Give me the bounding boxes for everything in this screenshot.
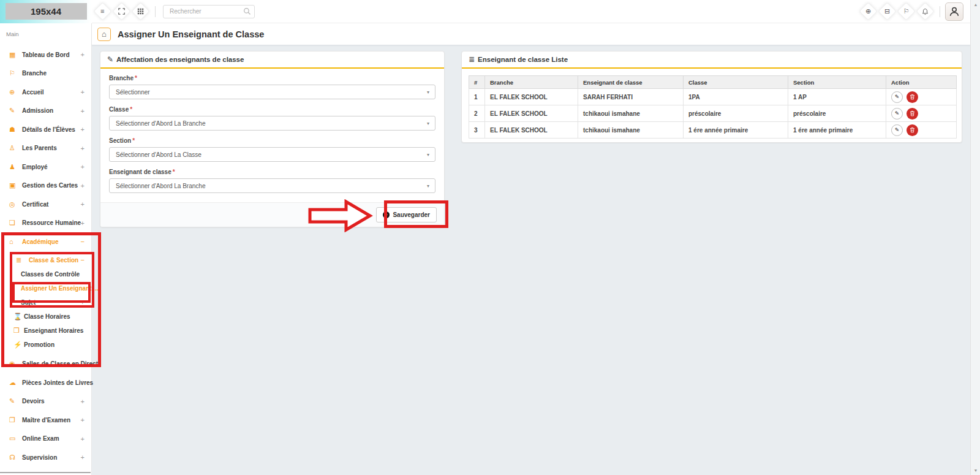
fullscreen-button[interactable] <box>113 2 131 21</box>
graduation-cap-icon: ☗ <box>9 126 18 134</box>
sidebar-item-admission[interactable]: ✎ Admission + <box>0 102 91 121</box>
search-input[interactable] <box>163 5 255 18</box>
chevron-down-icon: ▾ <box>427 152 429 158</box>
sidebar-item-classes-de-controle[interactable]: Classes de Contrôle <box>0 267 91 281</box>
book-icon: ❐ <box>9 416 18 424</box>
calendar-button[interactable]: ⊟ <box>878 2 897 21</box>
col-header-branche: Branche <box>485 76 578 89</box>
sidebar-item-promotion[interactable]: ⚡ Promotion <box>0 338 91 352</box>
expand-icon[interactable]: + <box>81 182 85 189</box>
sidebar-item-les-parents[interactable]: ♙ Les Parents + <box>0 139 91 158</box>
search-container <box>163 5 255 18</box>
sidebar-item-details-eleves[interactable]: ☗ Détails de l'Élèves + <box>0 120 91 139</box>
save-button[interactable]: + Sauvegarder <box>376 207 437 222</box>
edit-button[interactable]: ✎ <box>891 124 903 136</box>
language-button[interactable]: ⊕ <box>859 2 878 21</box>
sidebar-item-gestion-des-cartes[interactable]: ▣ Gestion des Cartes + <box>0 177 91 196</box>
expand-icon[interactable]: + <box>81 398 85 405</box>
cloud-icon: ☁ <box>9 379 18 387</box>
top-header: 195x44 ≡ ⊕ ⊟ ⚐ <box>0 0 970 23</box>
monitor-icon: ▭ <box>9 435 18 443</box>
expand-icon[interactable]: + <box>81 107 85 115</box>
table-row: 2 EL FALEK SCHOOL tchikaoui ismahane pré… <box>469 105 957 122</box>
expand-icon[interactable]: + <box>81 298 85 306</box>
field-branche: Branche* Sélectionner ▾ <box>109 75 435 99</box>
expand-icon[interactable]: + <box>81 200 85 208</box>
enseignant-select[interactable]: Sélectionner d'Abord La Branche ▾ <box>109 178 435 193</box>
plus-icon: + <box>383 211 390 218</box>
scrollbar-down-arrow[interactable]: ▼ <box>971 468 980 473</box>
list-icon: ≣ <box>469 55 475 64</box>
globe-icon: ⊕ <box>9 88 18 96</box>
sidebar-item-academique[interactable]: ⌂ Académique − <box>0 232 91 251</box>
field-label-enseignant: Enseignant de classe <box>109 169 172 175</box>
chevron-down-icon: ▾ <box>427 89 429 95</box>
apps-grid-button[interactable] <box>132 2 150 21</box>
delete-button[interactable] <box>907 108 918 120</box>
expand-icon[interactable]: + <box>81 126 85 133</box>
sidebar-item-maitre-d-examen[interactable]: ❐ Maître d'Examen + <box>0 411 91 430</box>
expand-icon[interactable]: + <box>81 416 85 424</box>
expand-icon[interactable]: + <box>81 454 85 461</box>
sidebar: Main ▦ Tableau de Bord + ⚐ Branche ⊕ Acc… <box>0 23 92 475</box>
sidebar-item-assigner-un-enseignant[interactable]: Assigner Un Enseignant ... <box>0 281 91 295</box>
section-select[interactable]: Sélectionner d'Abord La Classe ▾ <box>109 147 435 162</box>
col-header-action: Action <box>886 76 957 89</box>
collapse-icon[interactable]: − <box>81 256 85 264</box>
sidebar-item-classe-section[interactable]: ≣ Classe & Section − <box>0 253 91 267</box>
expand-icon[interactable]: + <box>81 219 85 227</box>
header-divider <box>155 6 156 17</box>
sidebar-item-online-exam[interactable]: ▭ Online Exam + <box>0 430 91 449</box>
page-title: Assigner Un Enseignant de Classe <box>118 29 264 39</box>
field-label-section: Section <box>109 137 131 144</box>
sidebar-toggle-button[interactable]: ≡ <box>94 2 112 21</box>
collapse-icon[interactable]: − <box>81 238 85 245</box>
delete-button[interactable] <box>907 124 918 136</box>
edit-button[interactable]: ✎ <box>891 91 903 103</box>
list-icon: ≣ <box>16 256 25 264</box>
edit-icon: ✎ <box>9 107 18 115</box>
edit-button[interactable]: ✎ <box>891 108 903 120</box>
edit-form-icon: ✎ <box>107 55 113 64</box>
scrollbar-up-arrow[interactable]: ▲ <box>971 2 980 7</box>
required-asterisk: * <box>132 137 135 144</box>
required-asterisk: * <box>135 75 137 82</box>
sidebar-item-tableau-de-bord[interactable]: ▦ Tableau de Bord + <box>0 45 91 64</box>
expand-icon[interactable]: + <box>81 435 85 443</box>
apps-grid-icon <box>137 8 144 15</box>
pen-icon: ✎ <box>895 94 900 100</box>
sidebar-item-salles-de-classe-en-direct[interactable]: ◉ Salles de Classe en Direct <box>0 355 91 374</box>
delete-button[interactable] <box>907 91 918 103</box>
sidebar-item-ressource-humaine[interactable]: ❏ Ressource Humaine + <box>0 214 91 233</box>
sidebar-item-sujet[interactable]: Sujet + <box>0 295 91 310</box>
notifications-button[interactable] <box>916 2 935 21</box>
sidebar-item-employe[interactable]: ♟ Employé + <box>0 158 91 177</box>
pen-icon: ✎ <box>895 110 900 116</box>
expand-icon[interactable]: + <box>81 163 85 170</box>
page-scrollbar[interactable]: ▲ ▼ <box>970 0 980 475</box>
sidebar-item-enseignant-horaires[interactable]: ❒ Enseignant Horaires <box>0 324 91 338</box>
sidebar-item-branche[interactable]: ⚐ Branche <box>0 64 91 83</box>
flag-button[interactable]: ⚐ <box>897 2 916 21</box>
sidebar-item-devoirs[interactable]: ✎ Devoirs + <box>0 392 91 411</box>
clipboard-icon: ▣ <box>9 181 18 189</box>
sidebar-item-classe-horaires[interactable]: ⌛ Classe Horaires <box>0 310 91 324</box>
breadcrumb-home-button[interactable]: ⌂ <box>97 28 111 41</box>
expand-icon[interactable]: + <box>81 379 85 386</box>
sidebar-item-supervision[interactable]: ☊ Supervision + <box>0 448 91 467</box>
expand-icon[interactable]: + <box>81 88 85 96</box>
header-divider <box>940 6 940 17</box>
expand-icon[interactable]: + <box>81 51 85 58</box>
sidebar-item-accueil[interactable]: ⊕ Accueil + <box>0 83 91 102</box>
flag-icon: ⚐ <box>903 8 910 15</box>
user-avatar-button[interactable] <box>945 2 963 21</box>
branche-select[interactable]: Sélectionner ▾ <box>109 85 435 99</box>
table-container: # Branche Enseignant de classe Classe Se… <box>469 75 955 139</box>
logo-placeholder: 195x44 <box>6 3 87 20</box>
sidebar-item-pieces-jointes-de-livres[interactable]: ☁ Pièces Jointes de Livres + <box>0 373 91 392</box>
people-icon: ♟ <box>9 163 18 171</box>
classe-select[interactable]: Sélectionner d'Abord La Branche ▾ <box>109 116 435 131</box>
col-header-num: # <box>469 76 485 89</box>
sidebar-item-certificat[interactable]: ◎ Certificat + <box>0 195 91 214</box>
expand-icon[interactable]: + <box>81 145 85 152</box>
